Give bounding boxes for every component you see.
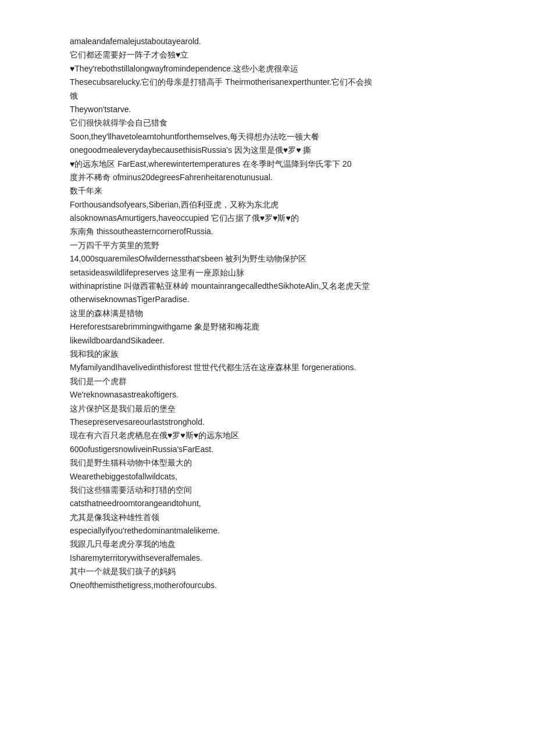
text-line-l12: 数千年来 bbox=[70, 184, 465, 197]
text-line-l4: Thesecubsarelucky.它们的母亲是打猎高手 Theirmother… bbox=[70, 76, 465, 88]
text-line-l30: 现在有六百只老虎栖息在俄♥罗♥斯♥的远东地区 bbox=[70, 429, 465, 442]
text-line-l29: Thesepreservesareourlaststronghold. bbox=[70, 415, 465, 428]
text-line-l26: 我们是一个虎群 bbox=[70, 375, 465, 388]
text-line-l5: 饿 bbox=[70, 89, 465, 102]
text-line-l14: alsoknownasAmurtigers,haveoccupied 它们占据了… bbox=[70, 212, 465, 224]
text-line-l27: We'reknownasastreakoftigers. bbox=[70, 388, 465, 401]
text-line-l22: Hereforestsarebrimmingwithgame 象是野猪和梅花鹿 bbox=[70, 320, 465, 333]
text-line-l23: likewildboardandSikadeer. bbox=[70, 334, 465, 347]
text-line-l21: 这里的森林满是猎物 bbox=[70, 307, 465, 320]
text-line-l9: onegoodmealeverydaybecausethisisRussia's… bbox=[70, 144, 465, 156]
text-line-l18: setasideaswildlifepreserves 这里有一座原始山脉 bbox=[70, 266, 465, 279]
text-line-l41: Oneofthemisthetigress,motherofourcubs. bbox=[70, 579, 465, 592]
text-line-l2: 它们都还需要好一阵子才会独♥立 bbox=[70, 48, 465, 61]
main-content: amaleandafemalejustaboutayearold.它们都还需要好… bbox=[70, 35, 465, 592]
text-line-l20: otherwiseknownasTigerParadise. bbox=[70, 293, 465, 306]
text-line-l3: ♥They'rebothstillalongwayfromindependenc… bbox=[70, 62, 465, 75]
text-line-l1: amaleandafemalejustaboutayearold. bbox=[70, 35, 465, 48]
text-line-l34: 我们这些猫需要活动和打猎的空间 bbox=[70, 483, 465, 496]
text-line-l38: 我跟几只母老虎分享我的地盘 bbox=[70, 538, 465, 550]
text-line-l39: Isharemyterritorywithseveralfemales. bbox=[70, 551, 465, 564]
text-line-l24: 我和我的家族 bbox=[70, 347, 465, 360]
text-line-l13: Forthousandsofyears,Siberian,西伯利亚虎，又称为东北… bbox=[70, 198, 465, 211]
text-line-l25: MyfamilyandIhavelivedinthisforest 世世代代都生… bbox=[70, 361, 465, 374]
text-line-l40: 其中一个就是我们孩子的妈妈 bbox=[70, 565, 465, 578]
text-line-l11: 度并不稀奇 ofminus20degreesFahrenheitarenotun… bbox=[70, 171, 465, 184]
text-line-l19: withinapristine 叫做西霍帖亚林岭 mountainrangeca… bbox=[70, 280, 465, 292]
text-line-l33: Wearethebiggestofallwildcats, bbox=[70, 470, 465, 483]
text-line-l16: 一万四千平方英里的荒野 bbox=[70, 239, 465, 252]
text-line-l36: 尤其是像我这种雄性首领 bbox=[70, 511, 465, 524]
text-line-l37: especiallyifyou'rethedominantmalelikeme. bbox=[70, 524, 465, 537]
text-line-l7: 它们很快就得学会自已猎食 bbox=[70, 116, 465, 129]
text-line-l15: 东南角 thissoutheasterncornerofRussia. bbox=[70, 225, 465, 238]
text-line-l17: 14,000squaremilesOfwildernessthat'sbeen … bbox=[70, 252, 465, 265]
text-line-l35: catsthatneedroomtorangeandtohunt, bbox=[70, 497, 465, 510]
text-line-l6: Theywon'tstarve. bbox=[70, 103, 465, 116]
text-line-l32: 我们是野生猫科动物中体型最大的 bbox=[70, 456, 465, 469]
text-line-l31: 600ofustigersnowliveinRussia'sFarEast. bbox=[70, 443, 465, 456]
text-line-l10: ♥的远东地区 FarEast,wherewintertemperatures 在… bbox=[70, 157, 465, 170]
text-line-l8: Soon,they'llhavetolearntohuntforthemselv… bbox=[70, 130, 465, 143]
text-line-l28: 这片保护区是我们最后的堡垒 bbox=[70, 402, 465, 415]
